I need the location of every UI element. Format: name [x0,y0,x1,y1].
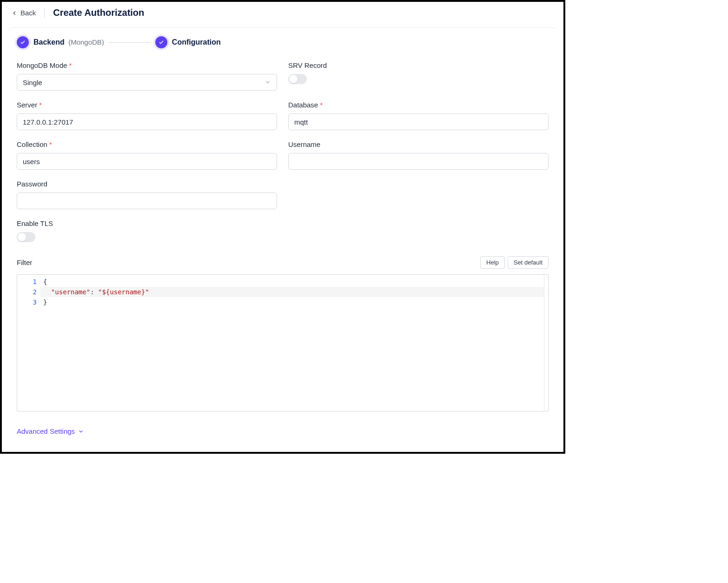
code-line: "username": "${username}" [43,287,545,297]
filter-code-editor[interactable]: 1 2 3 { "username": "${username}" } [17,274,549,411]
filter-label: Filter [17,258,32,266]
collection-input[interactable] [17,153,277,170]
label-text: Password [17,180,47,188]
step-sublabel: (MongoDB) [68,38,104,46]
page-header: Back Create Authorization [2,2,563,24]
help-button[interactable]: Help [480,256,505,269]
username-input[interactable] [288,153,549,170]
line-number: 1 [17,277,37,287]
field-placeholder [288,180,549,209]
enable-tls-toggle[interactable] [17,232,35,242]
step-connector [109,42,151,43]
server-input[interactable] [17,113,277,130]
step-indicator [155,36,167,48]
line-number: 2 [17,287,37,297]
step-label: Configuration [172,38,221,46]
srv-record-toggle[interactable] [288,74,307,84]
config-card: Backend (MongoDB) Configuration MongoDB … [8,27,557,444]
label-text: Database [288,101,318,109]
label-text: Enable TLS [17,219,53,227]
header-divider [44,8,45,18]
chevron-left-icon [11,10,18,16]
field-collection: Collection * [17,140,277,170]
required-mark: * [69,61,72,69]
database-input[interactable] [288,113,549,130]
form-grid: MongoDB Mode * Single SRV Record Server … [17,61,549,242]
chevron-down-icon [78,428,84,435]
field-database: Database * [288,101,549,130]
field-password: Password [17,180,277,209]
back-button[interactable]: Back [11,9,36,17]
field-username: Username [288,140,549,170]
label-text: MongoDB Mode [17,61,67,69]
field-mongo-mode: MongoDB Mode * Single [17,61,277,91]
label-text: Collection [17,140,47,148]
step-configuration[interactable]: Configuration [155,36,221,48]
advanced-settings-toggle[interactable]: Advanced Settings [17,427,549,435]
select-value: Single [23,79,42,86]
password-input[interactable] [17,192,277,209]
page-title: Create Authorization [53,7,144,18]
chevron-down-icon [265,79,271,86]
label-text: SRV Record [288,61,327,69]
required-mark: * [49,140,52,148]
stepper: Backend (MongoDB) Configuration [17,36,549,48]
check-icon [159,40,164,45]
step-backend[interactable]: Backend (MongoDB) [17,36,104,48]
filter-header: Filter Help Set default [17,256,549,269]
code-line: { [43,277,545,287]
step-label: Backend [33,38,65,46]
advanced-label: Advanced Settings [17,427,75,435]
required-mark: * [39,101,42,109]
mongo-mode-select[interactable]: Single [17,74,277,91]
field-enable-tls: Enable TLS [17,219,277,242]
line-number: 3 [17,297,37,307]
required-mark: * [320,101,323,109]
step-indicator [17,36,29,48]
back-label: Back [20,9,36,17]
code-line: } [43,297,545,307]
label-text: Username [288,140,320,148]
field-server: Server * [17,101,277,130]
check-icon [20,40,26,45]
label-text: Server [17,101,37,109]
code-gutter: 1 2 3 [17,275,40,411]
code-right-margin [544,275,544,411]
field-srv-record: SRV Record [288,61,549,91]
code-area[interactable]: { "username": "${username}" } [40,275,548,411]
set-default-button[interactable]: Set default [508,256,549,269]
